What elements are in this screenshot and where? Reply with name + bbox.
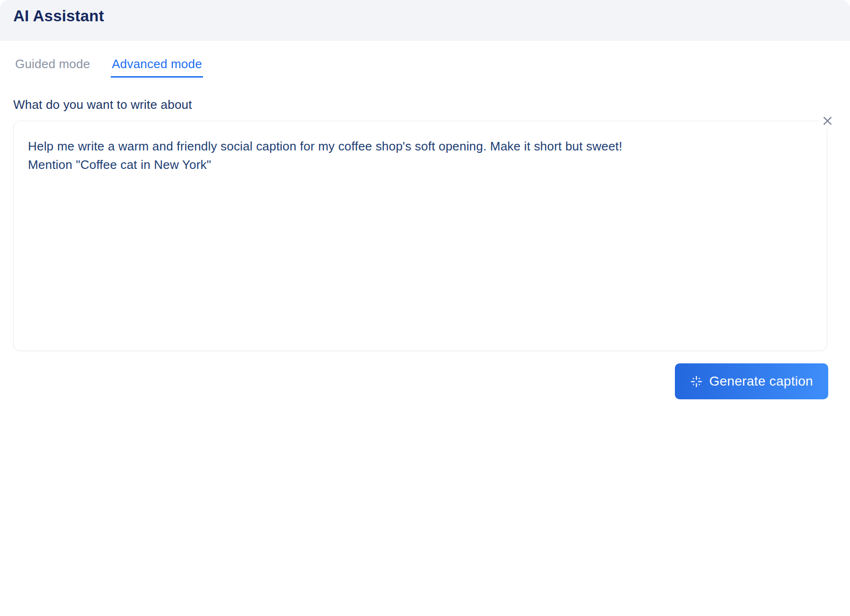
- close-button[interactable]: [819, 112, 836, 129]
- panel-title: AI Assistant: [13, 7, 104, 25]
- prompt-label: What do you want to write about: [13, 97, 837, 112]
- close-icon: [822, 115, 833, 126]
- panel-body: What do you want to write about Help me …: [0, 97, 850, 399]
- mode-tabs: Guided mode Advanced mode: [14, 57, 850, 78]
- prompt-field-container: Help me write a warm and friendly social…: [13, 121, 827, 351]
- generate-caption-label: Generate caption: [709, 374, 813, 389]
- tab-guided-mode[interactable]: Guided mode: [14, 57, 91, 78]
- generate-caption-button[interactable]: Generate caption: [675, 363, 828, 399]
- panel-header: AI Assistant: [0, 0, 850, 41]
- ai-assistant-panel: AI Assistant Guided mode Advanced mode W…: [0, 0, 850, 399]
- sparkle-icon: [690, 375, 703, 388]
- prompt-input[interactable]: Help me write a warm and friendly social…: [13, 121, 827, 351]
- tab-advanced-mode[interactable]: Advanced mode: [111, 57, 203, 78]
- action-row: Generate caption: [13, 363, 828, 399]
